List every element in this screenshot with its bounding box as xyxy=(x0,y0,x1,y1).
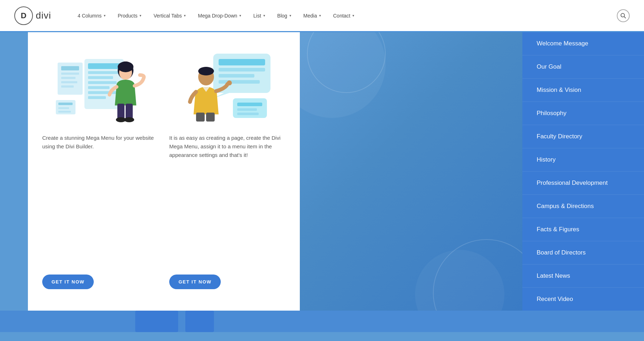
get-it-now-button-1[interactable]: GET IT NOW xyxy=(42,275,94,289)
svg-point-39 xyxy=(227,80,232,85)
svg-point-0 xyxy=(621,13,625,17)
svg-rect-9 xyxy=(58,103,73,105)
get-it-now-button-2[interactable]: GET IT NOW xyxy=(169,275,221,289)
svg-rect-17 xyxy=(88,86,109,89)
svg-rect-16 xyxy=(88,81,117,84)
dropdown-item-board[interactable]: Board of Directors xyxy=(522,241,644,265)
svg-point-38 xyxy=(198,67,214,75)
nav-item-contact[interactable]: Contact ▾ xyxy=(328,10,359,21)
nav-item-blog[interactable]: Blog ▾ xyxy=(272,10,296,21)
svg-rect-28 xyxy=(219,59,265,65)
bottom-bar xyxy=(0,311,644,332)
svg-rect-41 xyxy=(206,113,215,122)
svg-rect-35 xyxy=(237,108,257,111)
chevron-down-icon: ▾ xyxy=(352,14,354,18)
chevron-down-icon: ▾ xyxy=(239,14,241,18)
nav-item-4columns[interactable]: 4 Columns ▾ xyxy=(73,10,111,21)
mega-col-2: It is as easy as creating a page, create… xyxy=(169,46,286,289)
bottom-button-2 xyxy=(185,311,214,332)
dropdown-item-philosophy[interactable]: Philosophy xyxy=(522,102,644,125)
svg-point-26 xyxy=(124,117,134,122)
illustration-2 xyxy=(169,46,286,125)
dropdown-menu: Welcome Message Our Goal Mission & Visio… xyxy=(522,32,644,311)
svg-rect-7 xyxy=(61,85,74,88)
svg-point-22 xyxy=(118,61,133,72)
logo-icon: D xyxy=(14,6,33,25)
nav-item-list[interactable]: List ▾ xyxy=(248,10,270,21)
illustration-man-chat xyxy=(177,48,278,123)
svg-rect-11 xyxy=(58,111,71,113)
decorative-circle-1 xyxy=(307,32,386,93)
nav-item-mega-dropdown[interactable]: Mega Drop-Down ▾ xyxy=(193,10,246,21)
col2-description: It is as easy as creating a page, create… xyxy=(169,134,286,266)
main-nav: 4 Columns ▾ Products ▾ Vertical Tabs ▾ M… xyxy=(73,9,630,22)
nav-item-vertical-tabs[interactable]: Vertical Tabs ▾ xyxy=(148,10,191,21)
svg-rect-19 xyxy=(88,96,106,99)
logo-name: divi xyxy=(36,10,51,21)
chevron-down-icon: ▾ xyxy=(289,14,291,18)
svg-rect-4 xyxy=(61,73,79,75)
svg-rect-13 xyxy=(88,63,120,69)
svg-rect-29 xyxy=(219,68,265,71)
illustration-woman-boards xyxy=(50,48,151,123)
chevron-down-icon: ▾ xyxy=(104,14,106,18)
dropdown-item-our-goal[interactable]: Our Goal xyxy=(522,55,644,79)
svg-rect-34 xyxy=(237,103,262,106)
dropdown-item-recent-video[interactable]: Recent Video xyxy=(522,288,644,311)
dropdown-item-campus[interactable]: Campus & Directions xyxy=(522,195,644,218)
svg-rect-5 xyxy=(61,77,75,79)
svg-rect-15 xyxy=(88,76,113,79)
header: D divi 4 Columns ▾ Products ▾ Vertical T… xyxy=(0,0,644,32)
dropdown-item-mission[interactable]: Mission & Vision xyxy=(522,79,644,102)
svg-rect-14 xyxy=(88,71,120,74)
dropdown-item-latest-news[interactable]: Latest News xyxy=(522,265,644,288)
svg-rect-3 xyxy=(61,66,79,70)
dropdown-item-faculty[interactable]: Faculty Directory xyxy=(522,125,644,148)
search-button[interactable] xyxy=(617,9,630,22)
chevron-down-icon: ▾ xyxy=(319,14,321,18)
svg-rect-30 xyxy=(219,74,254,78)
bottom-button-1 xyxy=(135,311,178,332)
dropdown-item-history[interactable]: History xyxy=(522,148,644,172)
chevron-down-icon: ▾ xyxy=(263,14,265,18)
mega-col-1: Create a stunning Mega Menu for your web… xyxy=(42,46,158,289)
chevron-down-icon: ▾ xyxy=(184,14,186,18)
chevron-down-icon: ▾ xyxy=(140,14,141,18)
logo[interactable]: D divi xyxy=(14,6,51,25)
dropdown-item-welcome[interactable]: Welcome Message xyxy=(522,32,644,55)
svg-line-1 xyxy=(624,16,626,18)
blue-background xyxy=(300,32,522,311)
nav-item-media[interactable]: Media ▾ xyxy=(298,10,326,21)
col1-description: Create a stunning Mega Menu for your web… xyxy=(42,134,158,266)
main-content: Create a stunning Mega Menu for your web… xyxy=(0,32,644,311)
svg-rect-10 xyxy=(58,107,69,109)
nav-item-products[interactable]: Products ▾ xyxy=(113,10,146,21)
svg-rect-40 xyxy=(196,113,205,122)
svg-rect-6 xyxy=(61,81,77,83)
illustration-1 xyxy=(42,46,158,125)
svg-rect-36 xyxy=(237,113,259,115)
dropdown-item-facts[interactable]: Facts & Figures xyxy=(522,218,644,241)
svg-rect-18 xyxy=(88,91,118,94)
dropdown-item-professional-dev[interactable]: Professional Development xyxy=(522,172,644,195)
mega-menu-panel: Create a stunning Mega Menu for your web… xyxy=(28,32,300,311)
decorative-circle-2 xyxy=(433,239,522,311)
svg-rect-31 xyxy=(219,80,260,84)
search-icon xyxy=(620,13,626,19)
